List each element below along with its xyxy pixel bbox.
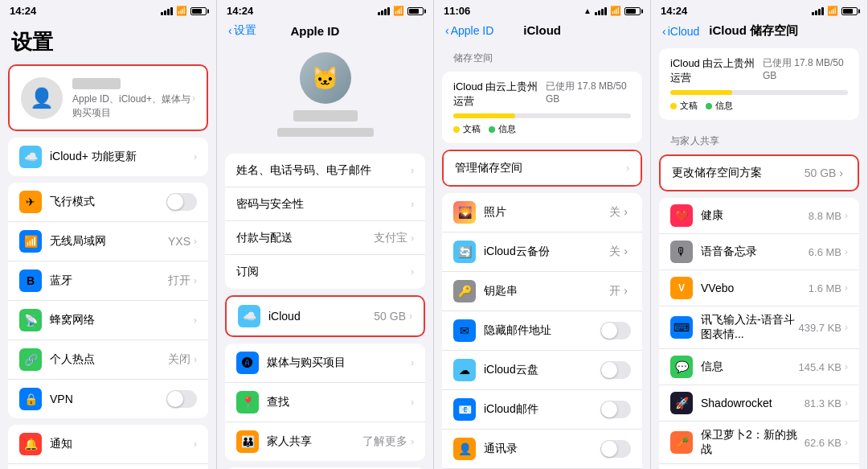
vvebo-item[interactable]: V VVebo 1.6 MB ›: [659, 270, 859, 306]
page-title-4: iCloud 储存空间: [709, 23, 798, 39]
icloud-mail-item[interactable]: 📧 iCloud邮件: [442, 390, 642, 430]
nav-header-3: ‹ Apple ID iCloud: [434, 20, 650, 43]
contacts-icon: 👤: [453, 438, 476, 460]
name-phone-item[interactable]: 姓名、电话号码、电子邮件 ›: [225, 154, 425, 187]
avatar: 👤: [21, 77, 63, 119]
wifi-icon: 📶: [176, 6, 187, 16]
icloud-mail-icon: 📧: [453, 398, 476, 421]
apple-id-scroll[interactable]: 🐱 姓名、电话号码、电子邮件 › 密码与安全性 › 付款与配送 支付宝 ›: [217, 44, 433, 469]
icloud-update-label: iCloud+ 功能更新: [50, 150, 194, 164]
keychain-label: 钥匙串: [484, 284, 609, 298]
cellular-item[interactable]: 📡 蜂窝网络 ›: [8, 301, 208, 340]
carrot-item[interactable]: 🥕 保卫萝卜2：新的挑战 62.6 KB ›: [659, 422, 859, 464]
screen-icloud: 11:06 ▲ 📶 ‹ Apple ID iCloud 储存空间 iCloud …: [434, 0, 651, 469]
wifi-item[interactable]: 📶 无线局域网 YXS ›: [8, 222, 208, 261]
icloud-update-item[interactable]: ☁️ iCloud+ 功能更新 ›: [8, 138, 208, 176]
status-icons-4: 📶: [812, 6, 858, 16]
photos-value: 关 ›: [609, 205, 628, 220]
messages-storage-item[interactable]: 💬 信息 145.4 KB ›: [659, 349, 859, 385]
vvebo-name: VVebo: [701, 282, 809, 294]
backup-item[interactable]: 🔄 iCloud云备份 关 ›: [442, 232, 642, 272]
icloud-mail-toggle[interactable]: [600, 401, 631, 418]
voice-name: 语音备忘录: [701, 245, 809, 259]
profile-name: [72, 76, 192, 90]
battery-icon-2: [407, 7, 424, 15]
notify-label: 通知: [50, 437, 194, 451]
notify-item[interactable]: 🔔 通知 ›: [8, 425, 208, 464]
screen-icloud-storage: 14:24 📶 ‹ iCloud iCloud 储存空间 iCloud 由云上贵…: [651, 0, 868, 469]
media-item[interactable]: 🅐 媒体与购买项目 ›: [225, 344, 425, 383]
vpn-item[interactable]: 🔒 VPN: [8, 380, 208, 418]
health-item[interactable]: ❤️ 健康 8.8 MB ›: [659, 198, 859, 234]
voice-icon: 🎙: [670, 241, 693, 263]
storage-plan-item[interactable]: 更改储存空间方案 50 GB ›: [661, 156, 858, 190]
sound-item[interactable]: 🔊 声音与触感 ›: [8, 464, 208, 469]
cellular-label: 蜂窝网络: [50, 313, 194, 327]
bt-item[interactable]: B 蓝牙 打开 ›: [8, 261, 208, 301]
back-button-3[interactable]: ‹ Apple ID: [445, 24, 493, 37]
icloud-mail-label: iCloud邮件: [484, 402, 600, 417]
keychain-item[interactable]: 🔑 钥匙串 开 ›: [442, 272, 642, 311]
backup-icon: 🔄: [453, 241, 476, 263]
payment-item[interactable]: 付款与配送 支付宝 ›: [225, 221, 425, 255]
signal-icon-3: [595, 7, 607, 15]
storage-header-4: iCloud 由云上贵州运营 已使用 17.8 MB/50 GB: [670, 56, 848, 85]
airplane-toggle[interactable]: [166, 193, 197, 211]
xunfei-chevron: ›: [845, 322, 848, 333]
find-chevron: ›: [411, 397, 414, 408]
icloud-main-item[interactable]: ☁️ iCloud 50 GB ›: [227, 297, 424, 335]
storage-used-4: 已使用 17.8 MB/50 GB: [763, 56, 848, 85]
settings-scroll[interactable]: 设置 👤 Apple ID、iCloud+、媒体与购买项目 › ☁️ iClou…: [0, 20, 216, 469]
subscription-chevron: ›: [411, 266, 414, 278]
airplane-label: 飞行模式: [50, 195, 166, 209]
find-icon: 📍: [236, 391, 259, 413]
messages-storage-name: 信息: [701, 360, 799, 374]
hide-mail-toggle[interactable]: [600, 322, 631, 339]
icloud-storage-scroll[interactable]: iCloud 由云上贵州运营 已使用 17.8 MB/50 GB 文稿 信息 与…: [651, 45, 867, 469]
battery-icon-4: [841, 7, 858, 15]
contacts-label: 通讯录: [484, 442, 600, 456]
icloud-scroll[interactable]: 储存空间 iCloud 由云上贵州运营 已使用 17.8 MB/50 GB 文稿…: [434, 43, 650, 469]
icloud-main-icon: ☁️: [238, 305, 260, 327]
subscription-item[interactable]: 订阅 ›: [225, 255, 425, 289]
family-section-label: 与家人共享: [651, 126, 867, 151]
vvebo-icon: V: [670, 277, 693, 299]
back-button-2[interactable]: ‹ 设置: [228, 23, 256, 38]
shadowrocket-item[interactable]: 🚀 Shadowrocket 81.3 KB ›: [659, 385, 859, 422]
icloud-update-chevron: ›: [194, 151, 197, 163]
shortcuts-item[interactable]: ⚡ 快捷指令 15.1 KB ›: [659, 464, 859, 469]
contacts-toggle[interactable]: [600, 440, 631, 458]
photos-item[interactable]: 🌄 照片 关 ›: [442, 193, 642, 232]
manage-chevron: ›: [626, 163, 629, 174]
voice-item[interactable]: 🎙 语音备忘录 6.6 MB ›: [659, 234, 859, 270]
xunfei-item[interactable]: ⌨ 讯飞输入法-语音斗图表情... 439.7 KB ›: [659, 306, 859, 349]
family-chevron: ›: [411, 436, 414, 447]
icloud-drive-item[interactable]: ☁ iCloud云盘: [442, 351, 642, 390]
network-group: ✈ 飞行模式 📶 无线局域网 YXS › B 蓝牙 打开 › 📡 蜂窝网络 ›: [8, 183, 208, 418]
airplane-item[interactable]: ✈ 飞行模式: [8, 183, 208, 222]
manage-storage-item[interactable]: 管理储存空间 ›: [444, 151, 641, 185]
xunfei-name: 讯飞输入法-语音斗图表情...: [701, 313, 799, 342]
shadowrocket-chevron: ›: [845, 397, 848, 409]
wifi-chevron: ›: [194, 236, 197, 247]
family-item[interactable]: 👪 家人共享 了解更多 ›: [225, 422, 425, 461]
hide-mail-item[interactable]: ✉ 隐藏邮件地址: [442, 311, 642, 351]
icloud-group-highlight: ☁️ iCloud 50 GB ›: [225, 295, 425, 337]
nav-header-2: ‹ 设置 Apple ID: [217, 20, 433, 44]
apple-id-info-group: 姓名、电话号码、电子邮件 › 密码与安全性 › 付款与配送 支付宝 › 订阅 ›: [225, 154, 425, 289]
health-name: 健康: [701, 208, 809, 223]
legend-4: 文稿 信息: [670, 100, 848, 112]
notify-chevron: ›: [194, 438, 197, 450]
storage-progress: iCloud 由云上贵州运营 已使用 17.8 MB/50 GB 文稿 信息: [442, 72, 642, 143]
icloud-drive-toggle[interactable]: [600, 361, 631, 379]
profile-card[interactable]: 👤 Apple ID、iCloud+、媒体与购买项目 ›: [8, 64, 208, 131]
contacts-item[interactable]: 👤 通讯录: [442, 430, 642, 469]
back-button-4[interactable]: ‹ iCloud: [662, 25, 699, 38]
find-item[interactable]: 📍 查找 ›: [225, 383, 425, 422]
hotspot-item[interactable]: 🔗 个人热点 关闭 ›: [8, 340, 208, 380]
vpn-toggle[interactable]: [166, 390, 197, 408]
wifi-icon-3: 📶: [610, 6, 621, 16]
password-item[interactable]: 密码与安全性 ›: [225, 187, 425, 221]
voice-chevron: ›: [845, 246, 848, 257]
storage-fill-4: [670, 90, 732, 95]
